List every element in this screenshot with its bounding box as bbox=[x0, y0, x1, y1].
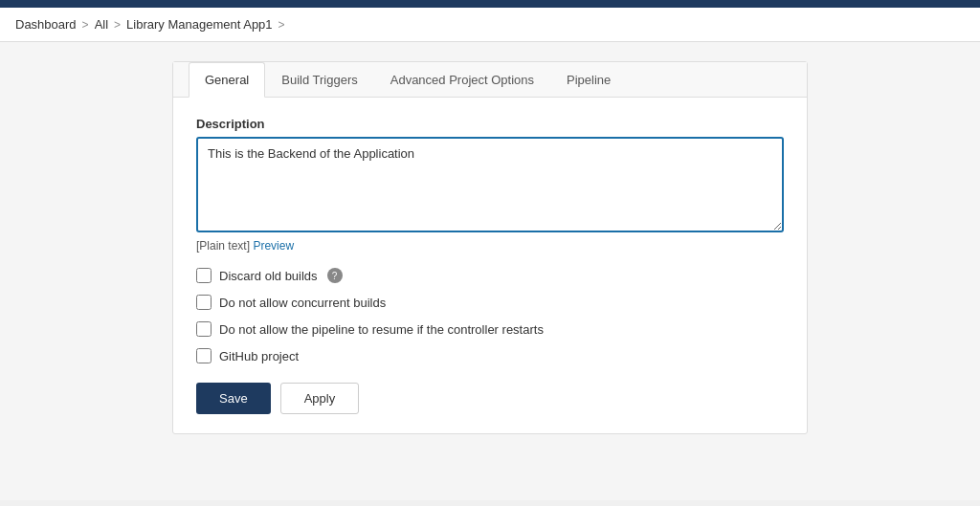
plain-text-prefix: [Plain text] bbox=[196, 239, 250, 253]
tab-pipeline[interactable]: Pipeline bbox=[550, 62, 627, 98]
breadcrumb-sep-3: > bbox=[278, 18, 285, 32]
breadcrumb-sep-2: > bbox=[114, 18, 121, 32]
preview-link[interactable]: Preview bbox=[253, 239, 294, 253]
card-body: Description [Plain text] Preview Discard… bbox=[173, 98, 807, 433]
checkbox-github-project-input[interactable] bbox=[196, 348, 212, 363]
settings-card: General Build Triggers Advanced Project … bbox=[172, 61, 808, 434]
checkbox-discard-old-builds-label: Discard old builds bbox=[219, 269, 318, 283]
description-group: Description [Plain text] Preview bbox=[196, 117, 784, 253]
plain-text-note: [Plain text] Preview bbox=[196, 239, 784, 253]
checkbox-no-resume-pipeline[interactable]: Do not allow the pipeline to resume if t… bbox=[196, 321, 784, 337]
main-content: General Build Triggers Advanced Project … bbox=[0, 42, 980, 500]
button-group: Save Apply bbox=[196, 383, 784, 414]
help-icon-discard[interactable]: ? bbox=[327, 268, 343, 283]
checkbox-github-project[interactable]: GitHub project bbox=[196, 348, 784, 363]
description-textarea[interactable] bbox=[196, 137, 784, 232]
checkbox-no-resume-pipeline-input[interactable] bbox=[196, 321, 212, 337]
checkbox-discard-old-builds-input[interactable] bbox=[196, 268, 212, 283]
checkbox-no-concurrent-builds-input[interactable] bbox=[196, 295, 212, 310]
checkbox-no-resume-pipeline-label: Do not allow the pipeline to resume if t… bbox=[219, 322, 544, 337]
tabs-bar: General Build Triggers Advanced Project … bbox=[173, 62, 807, 98]
breadcrumb: Dashboard > All > Library Management App… bbox=[0, 8, 980, 42]
checkbox-group: Discard old builds ? Do not allow concur… bbox=[196, 268, 784, 363]
breadcrumb-project[interactable]: Library Management App1 bbox=[126, 17, 272, 32]
checkbox-no-concurrent-builds[interactable]: Do not allow concurrent builds bbox=[196, 295, 784, 310]
breadcrumb-sep-1: > bbox=[82, 18, 89, 32]
checkbox-github-project-label: GitHub project bbox=[219, 349, 299, 363]
description-label: Description bbox=[196, 117, 784, 131]
tab-build-triggers[interactable]: Build Triggers bbox=[265, 62, 373, 98]
save-button[interactable]: Save bbox=[196, 383, 271, 414]
checkbox-no-concurrent-builds-label: Do not allow concurrent builds bbox=[219, 296, 386, 310]
breadcrumb-all[interactable]: All bbox=[95, 17, 108, 32]
top-bar bbox=[0, 0, 980, 8]
tab-general[interactable]: General bbox=[189, 62, 265, 98]
apply-button[interactable]: Apply bbox=[280, 383, 360, 414]
breadcrumb-dashboard[interactable]: Dashboard bbox=[15, 17, 77, 32]
checkbox-discard-old-builds[interactable]: Discard old builds ? bbox=[196, 268, 784, 283]
tab-advanced-project-options[interactable]: Advanced Project Options bbox=[374, 62, 550, 98]
